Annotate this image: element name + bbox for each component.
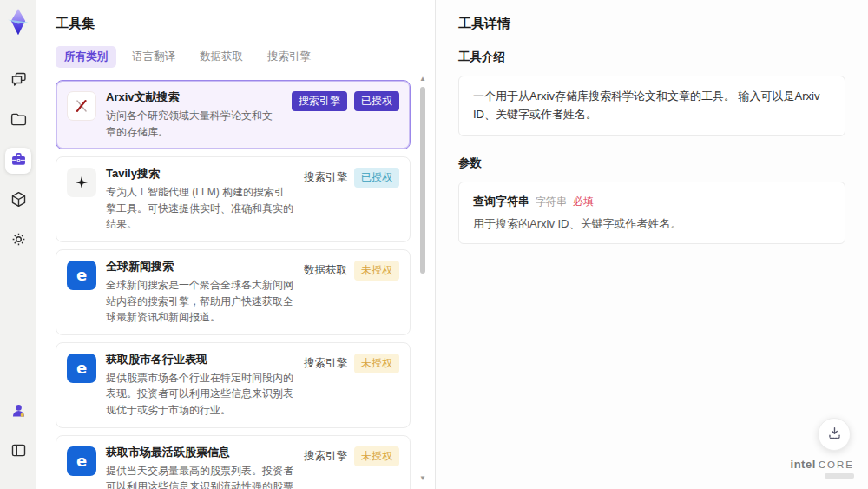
download-icon	[826, 425, 843, 445]
app-logo-icon	[6, 9, 30, 35]
tavily-star-icon	[67, 168, 96, 197]
chat-icon	[10, 70, 28, 92]
tab-data-acquisition[interactable]: 数据获取	[191, 46, 252, 68]
list-scrollbar[interactable]: ▲ ▼	[418, 76, 427, 480]
param-description: 用于搜索的Arxiv ID、关键字或作者姓名。	[473, 216, 831, 232]
brand-intel: intel	[791, 458, 816, 471]
page-title: 工具集	[56, 16, 435, 32]
auth-status-badge: 已授权	[354, 168, 399, 188]
category-tabs: 所有类别 语言翻译 数据获取 搜索引擎	[56, 46, 435, 68]
gear-icon	[10, 230, 28, 252]
tab-search-engine[interactable]: 搜索引擎	[259, 46, 319, 68]
brand-sub-mark	[825, 473, 854, 479]
category-label: 搜索引擎	[304, 354, 347, 373]
param-type: 字符串	[536, 195, 567, 209]
tool-detail-panel: 工具详情 工具介绍 一个用于从Arxiv存储库搜索科学论文和文章的工具。 输入可…	[436, 0, 868, 489]
tool-name: Arxiv文献搜索	[106, 89, 282, 105]
params-heading: 参数	[458, 155, 845, 171]
scroll-down-icon[interactable]: ▼	[419, 474, 426, 482]
tool-list-panel: 工具集 所有类别 语言翻译 数据获取 搜索引擎 Arxiv文献搜索 访问各个研究…	[36, 0, 436, 489]
sidebar-item-tools[interactable]	[5, 148, 31, 174]
sidebar-item-chat[interactable]	[5, 68, 31, 94]
tab-language-translation[interactable]: 语言翻译	[123, 46, 184, 68]
auth-status-badge: 未授权	[354, 261, 399, 281]
tool-description: 提供当天交易量最高的股票列表。投资者可以利用这些信息来识别流动性强的股票和潜在的…	[106, 463, 294, 489]
tool-list: Arxiv文献搜索 访问各个研究领域大量科学论文和文章的存储库。 搜索引擎 已授…	[56, 80, 435, 489]
intro-heading: 工具介绍	[458, 50, 845, 65]
global-news-icon: e	[67, 261, 96, 290]
toolbox-icon	[10, 150, 28, 172]
intro-card: 一个用于从Arxiv存储库搜索科学论文和文章的工具。 输入可以是Arxiv ID…	[458, 76, 845, 136]
scroll-up-icon[interactable]: ▲	[419, 75, 426, 83]
active-stocks-icon: e	[67, 446, 96, 476]
scrollbar-thumb[interactable]	[420, 87, 425, 274]
intel-core-logo: intelCORE	[791, 458, 854, 479]
param-required-flag: 必填	[573, 195, 594, 209]
auth-status-badge: 未授权	[354, 446, 399, 466]
tool-name: 获取股市各行业表现	[106, 352, 294, 367]
category-label: 搜索引擎	[304, 168, 347, 188]
tool-description: 全球新闻搜索是一个聚合全球各大新闻网站内容的搜索引擎，帮助用户快速获取全球最新资…	[106, 277, 294, 326]
detail-title: 工具详情	[458, 16, 845, 32]
category-label: 搜索引擎	[304, 446, 347, 466]
tab-all-categories[interactable]: 所有类别	[56, 46, 116, 68]
arxiv-logo-icon	[67, 91, 96, 121]
panel-toggle-icon	[10, 441, 28, 463]
tool-card-tavily[interactable]: Tavily搜索 专为人工智能代理 (LLM) 构建的搜索引擎工具。可快速提供实…	[56, 156, 411, 242]
tool-card-global-news[interactable]: e 全球新闻搜索 全球新闻搜索是一个聚合全球各大新闻网站内容的搜索引擎，帮助用户…	[56, 249, 411, 335]
sidebar-item-user[interactable]	[5, 399, 31, 425]
sidebar-item-files[interactable]	[5, 108, 31, 134]
auth-status-badge: 已授权	[354, 91, 399, 111]
tool-description: 提供股票市场各个行业在特定时间段内的表现。投资者可以利用这些信息来识别表现优于或…	[106, 370, 294, 419]
cube-icon	[10, 190, 28, 212]
tool-description: 访问各个研究领域大量科学论文和文章的存储库。	[106, 108, 282, 140]
intro-text: 一个用于从Arxiv存储库搜索科学论文和文章的工具。 输入可以是Arxiv ID…	[473, 88, 831, 124]
user-icon	[10, 401, 28, 423]
stock-sector-icon: e	[67, 354, 96, 383]
category-badge: 搜索引擎	[292, 91, 347, 111]
sidebar	[0, 0, 36, 489]
folder-icon	[10, 110, 28, 132]
tool-name: 获取市场最活跃股票信息	[106, 445, 294, 460]
app-window: 工具集 所有类别 语言翻译 数据获取 搜索引擎 Arxiv文献搜索 访问各个研究…	[0, 0, 868, 489]
param-name: 查询字符串	[473, 194, 529, 209]
tool-name: Tavily搜索	[106, 166, 294, 182]
sidebar-item-models[interactable]	[5, 188, 31, 214]
tool-name: 全球新闻搜索	[106, 259, 294, 274]
download-button[interactable]	[818, 418, 851, 451]
brand-core: CORE	[819, 459, 854, 470]
category-label: 数据获取	[304, 261, 347, 281]
sidebar-item-settings[interactable]	[5, 228, 31, 254]
auth-status-badge: 未授权	[354, 354, 399, 373]
tool-card-active-stocks[interactable]: e 获取市场最活跃股票信息 提供当天交易量最高的股票列表。投资者可以利用这些信息…	[56, 435, 411, 489]
param-card: 查询字符串 字符串 必填 用于搜索的Arxiv ID、关键字或作者姓名。	[458, 182, 845, 244]
tool-description: 专为人工智能代理 (LLM) 构建的搜索引擎工具。可快速提供实时、准确和真实的结…	[106, 184, 294, 233]
sidebar-item-collapse[interactable]	[5, 439, 31, 465]
tool-card-stock-sector[interactable]: e 获取股市各行业表现 提供股票市场各个行业在特定时间段内的表现。投资者可以利用…	[56, 342, 411, 428]
tool-card-arxiv[interactable]: Arxiv文献搜索 访问各个研究领域大量科学论文和文章的存储库。 搜索引擎 已授…	[56, 80, 411, 149]
